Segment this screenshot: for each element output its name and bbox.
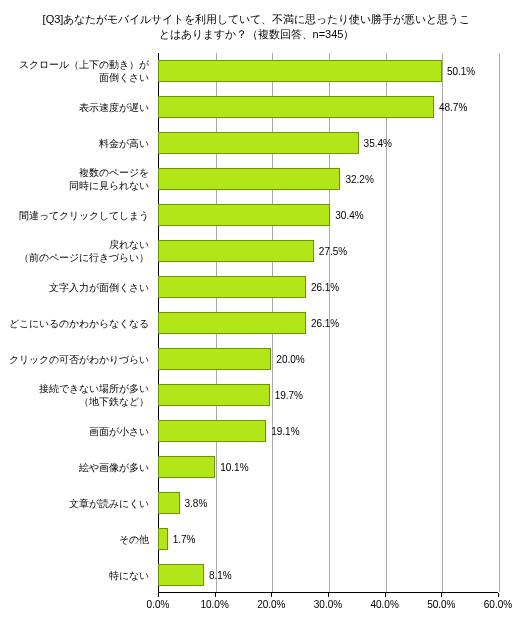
bar [158, 420, 266, 442]
bar [158, 348, 271, 370]
bar-category-label: クリックの可否がわかりづらい [8, 352, 153, 365]
bar-value-label: 30.4% [335, 209, 363, 220]
bar [158, 132, 359, 154]
x-tick-label: 0.0% [138, 593, 178, 610]
bar-category-label: 文章が読みにくい [8, 496, 153, 509]
bar-value-label: 32.2% [345, 173, 373, 184]
bar-category-label: 複数のページを同時に見られない [8, 166, 153, 192]
bar-row: 文字入力が面倒くさい26.1% [8, 269, 503, 305]
bar-value-label: 26.1% [311, 281, 339, 292]
bar-value-label: 35.4% [364, 137, 392, 148]
bar-value-label: 8.1% [209, 569, 232, 580]
bar-value-label: 19.1% [271, 425, 299, 436]
bar-value-label: 1.7% [173, 533, 196, 544]
bar [158, 384, 270, 406]
x-tick-label: 20.0% [251, 593, 291, 610]
bar-row: 絵や画像が多い10.1% [8, 449, 503, 485]
bar [158, 60, 442, 82]
bar-category-label: 間違ってクリックしてしまう [8, 208, 153, 221]
bar-value-label: 19.7% [275, 389, 303, 400]
x-tick-label: 30.0% [308, 593, 348, 610]
bar-row: その他1.7% [8, 521, 503, 557]
bar [158, 492, 180, 514]
bar [158, 204, 330, 226]
plot-area: スクロール（上下の動き）が面倒くさい50.1%表示速度が遅い48.7%料金が高い… [8, 53, 503, 623]
bar-category-label: その他 [8, 532, 153, 545]
bar-value-label: 26.1% [311, 317, 339, 328]
bar-category-label: 特にない [8, 568, 153, 581]
bar [158, 96, 434, 118]
bar-value-label: 50.1% [447, 65, 475, 76]
bar-value-label: 20.0% [276, 353, 304, 364]
x-tick-label: 50.0% [421, 593, 461, 610]
bar-value-label: 48.7% [439, 101, 467, 112]
bar-value-label: 10.1% [220, 461, 248, 472]
x-tick-label: 10.0% [195, 593, 235, 610]
bar-category-label: 接続できない場所が多い（地下鉄など） [8, 382, 153, 408]
bar-row: 料金が高い35.4% [8, 125, 503, 161]
bar-row: 間違ってクリックしてしまう30.4% [8, 197, 503, 233]
bar-row: クリックの可否がわかりづらい20.0% [8, 341, 503, 377]
bar-category-label: どこにいるのかわからなくなる [8, 316, 153, 329]
bar [158, 528, 168, 550]
bar-category-label: 表示速度が遅い [8, 100, 153, 113]
bar-category-label: 戻れない（前のページに行きづらい） [8, 238, 153, 264]
bar-row: 接続できない場所が多い（地下鉄など）19.7% [8, 377, 503, 413]
bar-category-label: 料金が高い [8, 136, 153, 149]
x-tick-label: 60.0% [478, 593, 513, 610]
bar-category-label: 画面が小さい [8, 424, 153, 437]
chart-container: [Q3]あなたがモバイルサイトを利用していて、不満に思ったり使い勝手が悪いと思う… [0, 0, 513, 631]
bar-row: 画面が小さい19.1% [8, 413, 503, 449]
bar-category-label: 文字入力が面倒くさい [8, 280, 153, 293]
bar-category-label: スクロール（上下の動き）が面倒くさい [8, 58, 153, 84]
bar-row: 文章が読みにくい3.8% [8, 485, 503, 521]
chart-title: [Q3]あなたがモバイルサイトを利用していて、不満に思ったり使い勝手が悪いと思う… [38, 12, 475, 43]
bar [158, 312, 306, 334]
bar [158, 456, 215, 478]
bar [158, 240, 314, 262]
bar-category-label: 絵や画像が多い [8, 460, 153, 473]
bar-row: 戻れない（前のページに行きづらい）27.5% [8, 233, 503, 269]
bar-value-label: 3.8% [185, 497, 208, 508]
bar-row: どこにいるのかわからなくなる26.1% [8, 305, 503, 341]
x-tick-label: 40.0% [365, 593, 405, 610]
bar-value-label: 27.5% [319, 245, 347, 256]
bar-row: 表示速度が遅い48.7% [8, 89, 503, 125]
bar-row: スクロール（上下の動き）が面倒くさい50.1% [8, 53, 503, 89]
bar-row: 複数のページを同時に見られない32.2% [8, 161, 503, 197]
bar-row: 特にない8.1% [8, 557, 503, 593]
bar [158, 564, 204, 586]
bar [158, 276, 306, 298]
bar [158, 168, 340, 190]
